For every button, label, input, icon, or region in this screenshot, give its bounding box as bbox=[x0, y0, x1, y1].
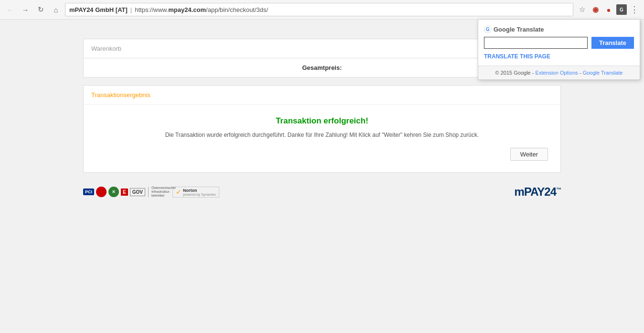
translate-title: G Google Translate bbox=[484, 25, 634, 33]
xo-badge: ✕ bbox=[108, 187, 119, 197]
forward-button[interactable]: → bbox=[19, 3, 32, 16]
gov-badge: GOV bbox=[130, 188, 145, 196]
norton-badge: ✓ Norton powered by Symantec bbox=[172, 187, 219, 198]
opera-icon[interactable]: ◉ bbox=[590, 4, 601, 15]
footer-logos: PCI ✕ E GOV Österreichischer Infrastrukt… bbox=[83, 180, 561, 203]
success-text: Die Transaktion wurde erfolgreich durchg… bbox=[91, 132, 553, 138]
url-domain: mpay24.com bbox=[168, 6, 206, 13]
reload-button[interactable]: ↻ bbox=[34, 3, 47, 16]
address-bar[interactable]: mPAY24 GmbH [AT] | https://www.mpay24.co… bbox=[65, 3, 573, 16]
url-prefix: https://www. bbox=[135, 6, 168, 13]
norton-sublabel: powered by Symantec bbox=[183, 193, 216, 196]
translate-popup-inner: G Google Translate Translate TRANSLATE T… bbox=[478, 20, 640, 66]
norton-label: Norton bbox=[183, 188, 216, 193]
translate-input[interactable] bbox=[484, 37, 588, 49]
pinterest-icon[interactable]: ● bbox=[603, 4, 614, 15]
transaktion-section: Transaktionsergebnis Transaktion erfolgr… bbox=[83, 85, 561, 173]
footer-separator: - bbox=[532, 70, 536, 76]
translate-popup: G Google Translate Translate TRANSLATE T… bbox=[478, 19, 640, 80]
transaktion-body: Transaktion erfolgreich! Die Transaktion… bbox=[84, 105, 560, 172]
visa-badge bbox=[96, 187, 107, 197]
weiter-button[interactable]: Weiter bbox=[510, 148, 548, 161]
site-name: mPAY24 GmbH [AT] bbox=[69, 6, 128, 13]
e-badge: E bbox=[121, 189, 128, 196]
menu-icon[interactable]: ⋮ bbox=[629, 4, 640, 15]
translate-this-page-link[interactable]: TRANSLATE THIS PAGE bbox=[484, 53, 550, 60]
translate-button[interactable]: Translate bbox=[591, 37, 634, 49]
back-button[interactable]: ← bbox=[4, 3, 16, 16]
url-separator: | bbox=[130, 6, 132, 13]
url-path: /app/bin/checkout/3ds/ bbox=[206, 6, 268, 13]
extension-icon[interactable]: G bbox=[616, 4, 627, 15]
pci-badge: PCI bbox=[83, 189, 94, 195]
translate-title-text: Google Translate bbox=[494, 26, 544, 33]
success-title: Transaktion erfolgreich! bbox=[91, 116, 553, 126]
gesamtpreis-label: Gesamtpreis: bbox=[302, 64, 342, 71]
at-text: Österreichischer Infrastruktur-betreiber bbox=[151, 186, 171, 197]
toolbar-right: ☆ ◉ ● G ⋮ bbox=[576, 4, 640, 15]
browser-toolbar: ← → ↻ ⌂ mPAY24 GmbH [AT] | https://www.m… bbox=[0, 0, 644, 19]
footer-copyright: © 2015 Google bbox=[495, 70, 531, 76]
extension-options-link[interactable]: Extension Options bbox=[536, 70, 578, 76]
translate-popup-footer: © 2015 Google - Extension Options - Goog… bbox=[478, 66, 640, 79]
g-logo: G bbox=[484, 25, 492, 33]
vertical-divider bbox=[148, 187, 149, 197]
norton-check: ✓ bbox=[176, 188, 182, 196]
translate-row: Translate bbox=[484, 37, 634, 49]
transaktion-title: Transaktionsergebnis bbox=[91, 91, 150, 99]
footer-separator2: - bbox=[580, 70, 583, 76]
home-button[interactable]: ⌂ bbox=[50, 3, 62, 16]
browser-chrome: ← → ↻ ⌂ mPAY24 GmbH [AT] | https://www.m… bbox=[0, 0, 644, 20]
transaktion-header: Transaktionsergebnis bbox=[84, 86, 560, 105]
badge-container: PCI ✕ E GOV Österreichischer Infrastrukt… bbox=[83, 186, 219, 197]
mpay24-logo: mPAY24™ bbox=[515, 185, 561, 199]
google-translate-link[interactable]: Google Translate bbox=[583, 70, 623, 76]
warenkorb-title: Warenkorb bbox=[91, 45, 121, 52]
star-icon[interactable]: ☆ bbox=[576, 4, 588, 15]
